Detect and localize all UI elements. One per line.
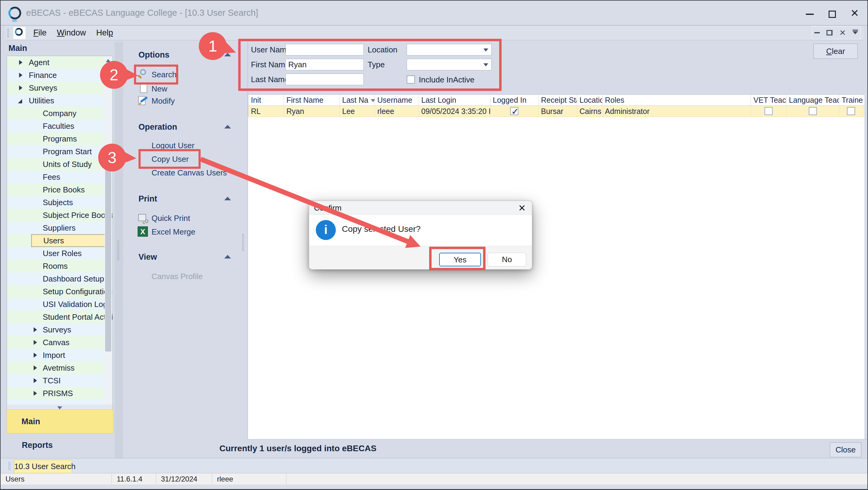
tree-item-utilities[interactable]: Utilities — [7, 94, 113, 107]
close-window-button[interactable]: ✕ — [848, 8, 861, 19]
column-header-last-na[interactable]: Last Na — [340, 95, 375, 105]
menu-item-help[interactable]: Help — [96, 28, 113, 38]
tree-item-users[interactable]: Users — [7, 234, 113, 247]
tree-item-finance[interactable]: Finance — [7, 69, 113, 82]
tree-item-label: Users — [43, 235, 64, 246]
column-header-locatio[interactable]: Locatio — [577, 95, 602, 105]
menu-item-file[interactable]: File — [33, 28, 47, 38]
checked-checkbox[interactable] — [510, 107, 519, 115]
tree-item-subjects[interactable]: Subjects — [7, 196, 113, 209]
splitter-grip[interactable] — [117, 241, 119, 260]
cell-language-teacl[interactable] — [786, 106, 839, 117]
tree-item-usi-validation-log[interactable]: USI Validation Log — [7, 298, 113, 311]
tabbar-grip[interactable] — [8, 462, 10, 470]
column-header-language-teacl[interactable]: Language Teacl — [786, 95, 839, 105]
tree-item-canvas[interactable]: Canvas — [7, 336, 113, 349]
sidebar-section-reports[interactable]: Reports — [22, 440, 53, 450]
tree-item-prisms[interactable]: PRISMS — [7, 387, 113, 400]
tree-item-avetmiss[interactable]: Avetmiss — [7, 362, 113, 374]
expand-icon[interactable] — [34, 353, 37, 358]
tree-item-user-roles[interactable]: User Roles — [7, 247, 113, 260]
unchecked-checkbox[interactable] — [809, 107, 817, 115]
tree-item-faculties[interactable]: Faculties — [7, 120, 113, 132]
tree-item-setup-configuration[interactable]: Setup Configuration — [7, 285, 113, 298]
tree-item-fees[interactable]: Fees — [7, 171, 113, 183]
column-header-init[interactable]: Init — [249, 95, 284, 105]
unchecked-checkbox[interactable] — [847, 107, 855, 115]
tree-item-rooms[interactable]: Rooms — [7, 260, 113, 272]
expand-icon[interactable] — [34, 378, 37, 383]
mdi-close-icon[interactable]: ✕ — [839, 29, 846, 37]
tree-item-program-start[interactable]: Program Start — [7, 145, 113, 158]
tree-item-dashboard-setup[interactable]: Dashboard Setup — [7, 272, 113, 285]
tree-item-subject-price-books[interactable]: Subject Price Books — [7, 209, 113, 221]
mdi-minimize-icon[interactable] — [814, 32, 820, 33]
tab-user-search[interactable]: 10.3 User Search — [14, 460, 72, 473]
tree-item-import[interactable]: Import — [7, 349, 113, 362]
tree-scrollbar[interactable] — [104, 56, 112, 405]
toolbar-grip[interactable] — [7, 29, 9, 37]
content-grip[interactable] — [242, 234, 244, 251]
excel-merge-button[interactable]: Excel Merge — [152, 226, 195, 238]
tree-item-programs[interactable]: Programs — [7, 132, 113, 145]
column-header-username[interactable]: Username — [375, 95, 419, 105]
menu-item-window[interactable]: Window — [57, 28, 86, 38]
cell-roles[interactable]: Administrator — [602, 106, 751, 117]
cell-logged-in[interactable] — [490, 106, 538, 117]
quick-print-button[interactable]: Quick Print — [152, 212, 190, 224]
column-header-roles[interactable]: Roles — [602, 95, 751, 105]
tree-item-student-portal-activity-l[interactable]: Student Portal Activity L — [7, 311, 113, 323]
mdi-pin-icon[interactable] — [852, 31, 858, 34]
column-header-first-name[interactable]: First Name — [284, 95, 340, 105]
new-button[interactable]: New — [152, 83, 167, 95]
cell-init[interactable]: RL — [249, 106, 284, 117]
collapse-icon[interactable] — [18, 99, 22, 103]
column-header-vet-teach[interactable]: VET Teach — [751, 95, 786, 105]
no-button[interactable]: No — [488, 253, 526, 266]
options-collapse-icon[interactable] — [224, 53, 231, 56]
expand-icon[interactable] — [34, 391, 37, 396]
tree-item-price-books[interactable]: Price Books — [7, 183, 113, 196]
cell-locatio[interactable]: Cairns — [577, 106, 602, 117]
cell-username[interactable]: rleee — [375, 106, 419, 117]
cell-receipt-stati[interactable]: Bursar — [538, 106, 577, 117]
unchecked-checkbox[interactable] — [765, 107, 773, 115]
cell-vet-teach[interactable] — [751, 106, 786, 117]
tree-item-surveys[interactable]: Surveys — [7, 82, 113, 94]
print-collapse-icon[interactable] — [224, 197, 231, 200]
sort-icon[interactable] — [371, 99, 375, 102]
maximize-button[interactable] — [826, 8, 839, 19]
tree-item-suppliers[interactable]: Suppliers — [7, 221, 113, 234]
modify-button[interactable]: Modify — [152, 95, 175, 107]
column-header-logged-in[interactable]: Logged In — [490, 95, 538, 105]
expand-icon[interactable] — [34, 365, 37, 370]
expand-icon[interactable] — [19, 86, 23, 90]
mdi-restore-icon[interactable] — [827, 30, 833, 35]
column-header-receipt-stati[interactable]: Receipt Stati — [538, 95, 577, 105]
minimize-button[interactable] — [803, 8, 816, 19]
cell-last-na[interactable]: Lee — [340, 106, 375, 117]
column-header-trainer[interactable]: Trainer — [839, 95, 863, 105]
clear-button[interactable]: Clear — [813, 43, 858, 59]
tree-item-company[interactable]: Company — [7, 107, 113, 120]
table-row[interactable]: RLRyanLeerleee09/05/2024 3:35:20 PBursar… — [249, 106, 864, 117]
expand-icon[interactable] — [34, 327, 37, 332]
panel-splitter[interactable] — [115, 42, 123, 458]
column-header-last-login[interactable]: Last Login — [419, 95, 490, 105]
cell-first-name[interactable]: Ryan — [284, 106, 340, 117]
close-button[interactable]: Close — [830, 442, 861, 457]
expand-icon[interactable] — [19, 73, 23, 78]
scrollbar-thumb[interactable] — [105, 158, 111, 351]
tree-item-units-of-study[interactable]: Units of Study — [7, 158, 113, 171]
expand-icon[interactable] — [34, 340, 37, 345]
cell-trainer[interactable] — [839, 106, 863, 117]
tree-item-surveys[interactable]: Surveys — [7, 323, 113, 336]
tree-item-tcsi[interactable]: TCSI — [7, 374, 113, 387]
view-collapse-icon[interactable] — [224, 255, 231, 258]
cell-last-login[interactable]: 09/05/2024 3:35:20 P — [419, 106, 490, 117]
expand-icon[interactable] — [19, 60, 23, 65]
sidebar-section-main[interactable]: Main — [7, 409, 113, 433]
tree-item-agent[interactable]: Agent — [7, 56, 113, 69]
operation-collapse-icon[interactable] — [224, 125, 231, 128]
dialog-close-icon[interactable]: ✕ — [518, 203, 526, 213]
